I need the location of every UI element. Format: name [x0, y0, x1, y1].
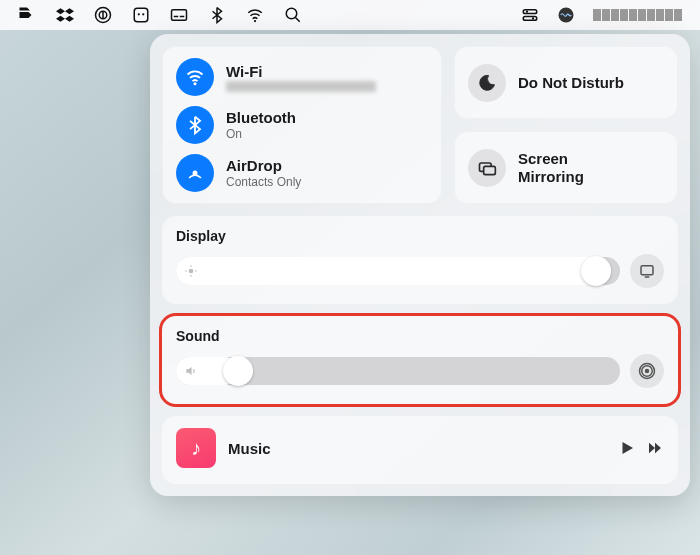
airdrop-icon: [176, 154, 214, 192]
sound-output-button[interactable]: [630, 354, 664, 388]
sound-slider-row: [176, 354, 664, 388]
svg-rect-7: [174, 16, 179, 18]
cc-top-row: Wi-Fi Bluetooth On AirDrop: [162, 46, 678, 204]
brightness-low-icon: [184, 264, 198, 278]
display-output-button[interactable]: [630, 254, 664, 288]
pass-icon[interactable]: [18, 6, 36, 24]
menubar-left: [18, 6, 499, 24]
display-section: Display: [162, 216, 678, 304]
wifi-icon[interactable]: [246, 6, 264, 24]
svg-rect-2: [102, 11, 104, 19]
svg-point-13: [526, 11, 528, 13]
connectivity-tile: Wi-Fi Bluetooth On AirDrop: [162, 46, 442, 204]
bluetooth-icon[interactable]: [208, 6, 226, 24]
menubar-right: [521, 6, 682, 24]
screen-mirroring-tile[interactable]: Screen Mirroring: [454, 131, 678, 204]
dnd-label: Do Not Disturb: [518, 74, 624, 92]
svg-point-5: [142, 13, 144, 15]
svg-rect-12: [523, 10, 537, 14]
bluetooth-sub: On: [226, 127, 296, 141]
right-col: Do Not Disturb Screen Mirroring: [454, 46, 678, 204]
bluetooth-title: Bluetooth: [226, 109, 296, 127]
play-icon[interactable]: [618, 439, 636, 457]
screen-mirroring-icon: [468, 149, 506, 187]
sound-section: Sound: [162, 316, 678, 404]
svg-point-4: [138, 13, 140, 15]
menubar: [0, 0, 700, 30]
volume-low-icon: [184, 364, 198, 378]
music-controls: [618, 439, 664, 457]
svg-rect-3: [134, 8, 148, 22]
wifi-network-redacted: [226, 81, 376, 92]
subtitle-icon[interactable]: [170, 6, 188, 24]
svg-rect-14: [523, 17, 537, 21]
svg-rect-20: [484, 166, 496, 174]
wifi-toggle[interactable]: Wi-Fi: [176, 58, 428, 96]
bluetooth-text: Bluetooth On: [226, 109, 296, 141]
wifi-icon: [176, 58, 214, 96]
svg-rect-26: [641, 266, 653, 275]
svg-point-28: [645, 369, 650, 374]
screen-mirroring-label: Screen Mirroring: [518, 150, 628, 186]
app-icon[interactable]: [132, 6, 150, 24]
display-slider-fill: [176, 257, 611, 285]
svg-point-15: [532, 17, 534, 19]
airdrop-text: AirDrop Contacts Only: [226, 157, 301, 189]
search-icon[interactable]: [284, 6, 302, 24]
sound-title: Sound: [176, 328, 664, 344]
svg-line-11: [295, 17, 300, 22]
next-icon[interactable]: [646, 439, 664, 457]
svg-point-9: [254, 20, 256, 22]
svg-point-21: [189, 269, 194, 274]
music-tile[interactable]: ♪ Music: [162, 416, 678, 484]
control-center-icon[interactable]: [521, 6, 539, 24]
display-slider-row: [176, 254, 664, 288]
svg-rect-6: [172, 10, 187, 21]
svg-rect-8: [180, 16, 185, 18]
onepassword-icon[interactable]: [94, 6, 112, 24]
bluetooth-toggle[interactable]: Bluetooth On: [176, 106, 428, 144]
svg-point-17: [194, 82, 197, 85]
music-app-icon: ♪: [176, 428, 216, 468]
menubar-text-redacted: [593, 9, 682, 21]
display-slider-thumb[interactable]: [581, 256, 611, 286]
siri-icon[interactable]: [557, 6, 575, 24]
bluetooth-icon: [176, 106, 214, 144]
dnd-tile[interactable]: Do Not Disturb: [454, 46, 678, 119]
svg-point-10: [286, 8, 297, 19]
music-title: Music: [228, 440, 606, 457]
control-center-panel: Wi-Fi Bluetooth On AirDrop: [150, 34, 690, 496]
wifi-title: Wi-Fi: [226, 63, 376, 81]
sound-slider-thumb[interactable]: [223, 356, 253, 386]
airdrop-title: AirDrop: [226, 157, 301, 175]
airdrop-sub: Contacts Only: [226, 175, 301, 189]
wifi-text: Wi-Fi: [226, 63, 376, 92]
moon-icon: [468, 64, 506, 102]
sound-slider[interactable]: [176, 357, 620, 385]
dropbox-icon[interactable]: [56, 6, 74, 24]
display-slider[interactable]: [176, 257, 620, 285]
display-title: Display: [176, 228, 664, 244]
airdrop-toggle[interactable]: AirDrop Contacts Only: [176, 154, 428, 192]
